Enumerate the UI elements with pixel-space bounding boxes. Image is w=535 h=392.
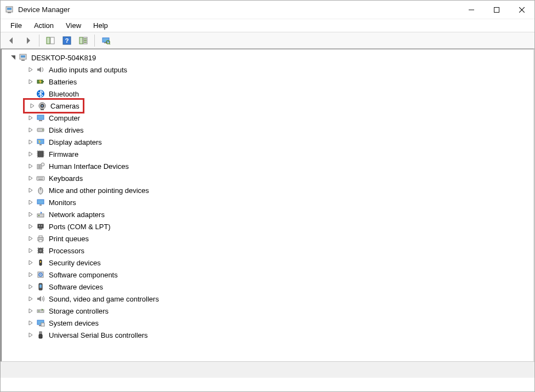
- expand-icon[interactable]: [27, 247, 35, 254]
- show-hide-console-tree-button[interactable]: [43, 33, 58, 48]
- monitor-icon: [36, 197, 45, 207]
- tree-category-label: Software devices: [49, 283, 106, 291]
- expand-icon[interactable]: [27, 307, 35, 315]
- svg-rect-1: [7, 8, 12, 10]
- tree-category-node[interactable]: Security devices: [25, 257, 104, 269]
- svg-rect-7: [47, 37, 50, 44]
- computer-icon: [18, 53, 28, 63]
- tree-category-label: Monitors: [49, 198, 79, 207]
- tree-category-node[interactable]: Storage controllers: [25, 305, 112, 317]
- svg-rect-2: [8, 12, 11, 13]
- display-icon: [36, 137, 45, 147]
- expand-icon[interactable]: [27, 162, 35, 170]
- tree-category-node[interactable]: Cameras: [26, 100, 83, 112]
- expand-icon[interactable]: [27, 319, 35, 327]
- expand-icon[interactable]: [27, 331, 35, 339]
- disk-icon: [36, 125, 45, 135]
- tree-category-node[interactable]: Batteries: [25, 76, 80, 88]
- tree-category-label: System devices: [49, 319, 102, 327]
- bluetooth-icon: [36, 89, 45, 99]
- tree-category-label: Network adapters: [49, 211, 108, 219]
- statusbar: [1, 361, 534, 378]
- back-button[interactable]: [4, 33, 19, 48]
- tree-category-node[interactable]: Ports (COM & LPT): [25, 220, 114, 232]
- forward-button[interactable]: [20, 33, 36, 48]
- menubar: File Action View Help: [1, 19, 534, 32]
- expand-icon[interactable]: [27, 174, 35, 182]
- firmware-icon: [36, 149, 45, 159]
- toolbar: ?: [1, 32, 534, 49]
- tree-category-node[interactable]: Firmware: [25, 148, 82, 160]
- tree-category-label: Universal Serial Bus controllers: [49, 331, 151, 339]
- expand-icon[interactable]: [27, 78, 35, 86]
- window-controls: [459, 1, 534, 19]
- expand-icon[interactable]: [27, 126, 35, 134]
- expand-icon[interactable]: [27, 223, 35, 230]
- tree-category-label: Batteries: [49, 78, 80, 86]
- titlebar: Device Manager: [1, 1, 534, 19]
- expanded-icon[interactable]: [9, 54, 17, 61]
- tree-category-node[interactable]: Human Interface Devices: [25, 160, 132, 172]
- expand-icon[interactable]: [29, 102, 36, 110]
- tree-category-node[interactable]: Keyboards: [25, 172, 86, 184]
- tree-category-label: Computer: [49, 114, 83, 122]
- expand-icon[interactable]: [27, 235, 35, 242]
- expand-icon[interactable]: [27, 259, 35, 266]
- tree-category-label: Sound, video and game controllers: [49, 295, 162, 303]
- expand-icon[interactable]: [27, 271, 35, 279]
- tree-category-node[interactable]: System devices: [25, 317, 102, 329]
- expand-icon[interactable]: [27, 211, 35, 218]
- expand-icon[interactable]: [27, 150, 35, 158]
- expand-icon[interactable]: [27, 114, 35, 122]
- tree-category-node[interactable]: Software components: [25, 269, 121, 281]
- tree-category-node[interactable]: Monitors: [25, 196, 79, 208]
- svg-line-16: [109, 43, 110, 44]
- security-icon: [36, 258, 45, 268]
- tree-category-node[interactable]: Disk drives: [25, 124, 87, 136]
- menu-view[interactable]: View: [60, 20, 87, 31]
- expand-icon[interactable]: [27, 66, 35, 73]
- menu-help[interactable]: Help: [88, 20, 113, 31]
- tree-category-node[interactable]: Sound, video and game controllers: [25, 293, 162, 305]
- speaker-icon: [36, 65, 45, 75]
- expand-icon[interactable]: [27, 198, 35, 206]
- tree-root-node[interactable]: DESKTOP-504K819: [7, 52, 532, 64]
- window-title: Device Manager: [18, 5, 70, 14]
- tree-category-node[interactable]: Processors: [25, 245, 88, 257]
- tree-category-node[interactable]: Mice and other pointing devices: [25, 184, 152, 196]
- maximize-button[interactable]: [484, 1, 509, 19]
- app-icon: [5, 5, 14, 14]
- help-button[interactable]: ?: [59, 33, 75, 48]
- tree-category-node[interactable]: Print queues: [25, 232, 92, 245]
- tree-category-label: Processors: [49, 247, 88, 255]
- expand-icon[interactable]: [27, 90, 35, 98]
- storage-icon: [36, 306, 45, 316]
- expand-icon[interactable]: [27, 186, 35, 194]
- scan-hardware-button[interactable]: [98, 33, 113, 48]
- svg-rect-4: [494, 8, 499, 13]
- computer-icon: [36, 113, 45, 123]
- sound-icon: [36, 294, 45, 304]
- tree-category-node[interactable]: Display adapters: [25, 136, 105, 148]
- tree-category-node[interactable]: Software devices: [25, 281, 106, 293]
- expand-icon[interactable]: [27, 295, 35, 303]
- device-tree[interactable]: DESKTOP-504K819 Audio inputs and outputs…: [1, 49, 534, 361]
- tree-category-node[interactable]: Computer: [25, 112, 83, 124]
- battery-icon: [36, 77, 45, 87]
- tree-category-label: Firmware: [49, 150, 82, 158]
- tree-category-node[interactable]: Network adapters: [25, 208, 108, 220]
- tree-category-node[interactable]: Universal Serial Bus controllers: [25, 329, 151, 341]
- menu-file[interactable]: File: [5, 20, 27, 31]
- minimize-button[interactable]: [459, 1, 484, 19]
- tree-category-node[interactable]: Audio inputs and outputs: [25, 64, 130, 76]
- toolbar-separator: [94, 35, 95, 47]
- menu-action[interactable]: Action: [29, 20, 59, 31]
- camera-icon: [37, 101, 47, 111]
- close-button[interactable]: [509, 1, 534, 19]
- svg-rect-19: [21, 60, 25, 61]
- tree-category-label: Keyboards: [49, 174, 86, 183]
- properties-button[interactable]: [76, 33, 91, 48]
- expand-icon[interactable]: [27, 283, 35, 291]
- expand-icon[interactable]: [27, 138, 35, 146]
- toolbar-separator: [39, 35, 39, 47]
